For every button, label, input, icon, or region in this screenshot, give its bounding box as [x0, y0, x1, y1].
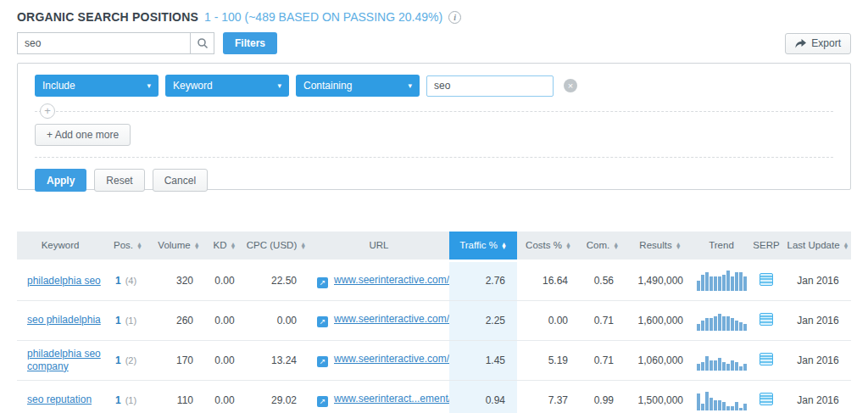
volume-cell: 170 [153, 340, 205, 380]
filter-operator-dropdown[interactable]: Containing ▾ [296, 75, 420, 97]
filter-divider: + [35, 111, 833, 112]
costs-cell: 0.00 [517, 300, 580, 340]
filter-value-input[interactable] [426, 75, 554, 97]
serp-icon[interactable] [760, 273, 773, 286]
trend-bar [731, 406, 734, 410]
column-label: Keyword [42, 240, 80, 250]
last-update-cell: Jan 2016 [785, 300, 851, 340]
column-header-trend: Trend [695, 232, 748, 260]
results-cell: 1,500,000 [626, 380, 695, 413]
column-label: Pos. [114, 240, 133, 250]
keyword-cell: seo reputation [17, 380, 103, 413]
trend-bar [743, 404, 747, 410]
trend-bar [709, 318, 713, 330]
results-range-text: 1 - 100 (~489 BASED ON PASSING 20.49%) [204, 10, 442, 24]
column-label: Trend [709, 240, 734, 250]
column-header-traffic[interactable]: Traffic %▲▼ [449, 232, 517, 260]
search-button[interactable] [190, 32, 214, 54]
column-header-kd[interactable]: KD▲▼ [205, 232, 244, 260]
apply-button[interactable]: Apply [35, 169, 86, 192]
trend-bar [735, 321, 738, 331]
column-header-cpc-usd[interactable]: CPC (USD)▲▼ [244, 232, 309, 260]
external-link-icon[interactable]: ↗ [317, 316, 328, 327]
trend-bar [701, 404, 704, 410]
position-value: 1 [115, 315, 121, 326]
column-label: Last Update [787, 240, 840, 250]
keyword-cell: seo philadelphia [17, 300, 103, 340]
url-link[interactable]: www.seerinteract...ement/ [334, 393, 449, 405]
reset-button[interactable]: Reset [94, 169, 144, 192]
position-previous: (4) [125, 276, 136, 286]
filter-field-value: Keyword [173, 80, 213, 92]
trend-bar [697, 364, 700, 370]
column-label: SERP [753, 240, 779, 250]
filter-condition-row: Include ▾ Keyword ▾ Containing ▾ × [35, 75, 833, 97]
search-icon [197, 37, 209, 49]
trend-bar [739, 408, 743, 410]
column-header-keyword: Keyword [17, 232, 103, 260]
column-label: Volume [158, 240, 190, 250]
serp-icon[interactable] [760, 393, 773, 405]
traffic-cell: 2.25 [449, 300, 517, 340]
remove-filter-icon[interactable]: × [564, 79, 577, 92]
trend-cell [695, 300, 748, 340]
url-link[interactable]: www.seerinteractive.com/ [334, 313, 449, 325]
search-bar [17, 32, 214, 54]
serp-icon[interactable] [760, 353, 773, 366]
add-one-more-button[interactable]: + Add one more [35, 124, 131, 146]
serp-icon[interactable] [760, 313, 773, 326]
report-header: ORGANIC SEARCH POSITIONS 1 - 100 (~489 B… [17, 8, 851, 25]
column-header-last-update[interactable]: Last Update▲▼ [785, 232, 851, 260]
filter-actions: Apply Reset Cancel [35, 169, 833, 192]
keyword-link[interactable]: philadelphia seo [27, 275, 101, 287]
trend-bar [726, 406, 730, 410]
trend-bar [701, 362, 704, 371]
kd-cell: 0.00 [205, 260, 244, 300]
add-filter-plus-icon[interactable]: + [40, 103, 55, 119]
column-header-url: URL [309, 232, 449, 260]
trend-bar [722, 316, 726, 331]
serp-cell [748, 260, 785, 300]
results-cell: 1,060,000 [626, 340, 695, 380]
filter-divider [35, 157, 833, 158]
position-cell: 1(4) [103, 260, 153, 300]
filters-button[interactable]: Filters [223, 32, 277, 54]
keyword-link[interactable]: seo philadelphia [27, 314, 101, 326]
results-cell: 1,600,000 [626, 300, 695, 340]
keyword-cell: philadelphia seo company [17, 340, 103, 380]
trend-bar [697, 324, 700, 330]
costs-cell: 7.37 [517, 380, 580, 413]
external-link-icon[interactable]: ↗ [317, 356, 328, 367]
url-cell: ↗www.seerinteractive.com/ [309, 340, 449, 380]
url-cell: ↗www.seerinteractive.com/ [309, 260, 449, 300]
kd-cell: 0.00 [205, 380, 244, 413]
column-header-costs[interactable]: Costs %▲▼ [517, 232, 580, 260]
cancel-button[interactable]: Cancel [153, 169, 208, 192]
column-header-volume[interactable]: Volume▲▼ [153, 232, 205, 260]
column-header-com[interactable]: Com.▲▼ [580, 232, 626, 260]
column-header-results[interactable]: Results▲▼ [626, 232, 695, 260]
sort-icon: ▲▼ [676, 243, 682, 250]
trend-bar [726, 364, 730, 370]
column-header-pos[interactable]: Pos.▲▼ [103, 232, 153, 260]
external-link-icon[interactable]: ↗ [317, 396, 328, 407]
url-link[interactable]: www.seerinteractive.com/ [334, 353, 449, 365]
column-label: Com. [587, 240, 609, 250]
info-icon[interactable]: i [448, 11, 461, 24]
external-link-icon[interactable]: ↗ [317, 277, 328, 288]
position-previous: (2) [125, 355, 136, 366]
search-input[interactable] [17, 32, 190, 54]
cpc-cell: 0.00 [244, 300, 309, 340]
competition-cell: 0.71 [580, 300, 626, 340]
url-link[interactable]: www.seerinteractive.com/ [334, 274, 449, 286]
keyword-link[interactable]: seo reputation [27, 393, 92, 405]
trend-cell [695, 380, 748, 413]
trend-bar [739, 272, 743, 291]
export-button[interactable]: Export [785, 33, 851, 54]
trend-bar [714, 276, 717, 291]
sort-icon: ▲▼ [843, 243, 849, 250]
filter-type-dropdown[interactable]: Include ▾ [35, 75, 159, 97]
keyword-link[interactable]: philadelphia seo company [27, 348, 101, 372]
trend-bar [731, 276, 734, 291]
filter-field-dropdown[interactable]: Keyword ▾ [165, 75, 289, 97]
